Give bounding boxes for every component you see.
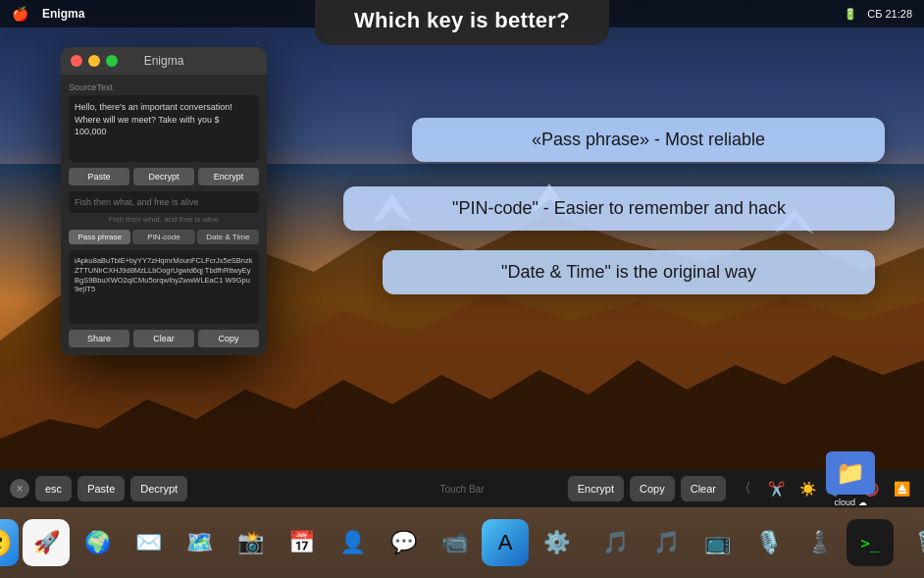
tab-datetime[interactable]: Date & Time xyxy=(197,230,259,244)
cloud-icon-area: 📁 cloud ☁ xyxy=(826,451,875,507)
dock-facetime[interactable]: 📹 xyxy=(431,519,478,566)
dock-finder[interactable]: 🙂 xyxy=(0,519,19,566)
dock-trash[interactable]: 🗑️ xyxy=(905,519,924,566)
dock-video[interactable]: 📺 xyxy=(693,519,741,566)
touchbar-label: Touch Bar xyxy=(439,484,484,495)
source-text-content: Hello, there's an important conversation… xyxy=(75,102,232,136)
key-tabs: Pass phrase PIN-code Date & Time xyxy=(69,230,259,244)
touchbar-copy-btn[interactable]: Copy xyxy=(630,476,675,501)
encrypt-button[interactable]: Encrypt xyxy=(198,168,259,185)
dock-music[interactable]: 🎵 xyxy=(591,519,639,566)
dock-safari[interactable]: 🌍 xyxy=(74,519,121,566)
touchbar-paste-btn[interactable]: Paste xyxy=(77,476,125,501)
dock-settings[interactable]: ⚙️ xyxy=(533,519,580,566)
cloud-label: cloud ☁ xyxy=(826,498,875,507)
touchbar-power-icon[interactable]: ⏏️ xyxy=(889,476,914,501)
dock-appstore[interactable]: A xyxy=(482,519,529,566)
window-maximize-btn[interactable] xyxy=(106,55,118,67)
question-text: Which key is better? xyxy=(354,8,570,32)
decrypt-button[interactable]: Decrypt xyxy=(133,168,194,185)
dock-mail[interactable]: ✉️ xyxy=(125,519,172,566)
window-titlebar: Enigma xyxy=(61,47,267,75)
dock-terminal[interactable]: >_ xyxy=(847,519,894,566)
apple-icon[interactable]: 🍎 xyxy=(12,6,28,22)
clear-button[interactable]: Clear xyxy=(133,330,194,347)
key-hint: Fish then what, and free is alive xyxy=(69,215,259,224)
copy-button[interactable]: Copy xyxy=(198,330,259,347)
touchbar-close-btn[interactable]: × xyxy=(10,479,29,499)
cloud-folder-icon[interactable]: 📁 xyxy=(826,451,875,495)
touchbar-brightness-icon[interactable]: ☀️ xyxy=(795,476,820,501)
menubar-right: 🔋 СБ 21:28 xyxy=(844,8,912,21)
dock-chess[interactable]: ♟️ xyxy=(796,519,843,566)
bubble-pincode-text: "PIN-code" - Easier to remember and hack xyxy=(452,198,786,218)
bubble-datetime-text: "Date & Time" is the original way xyxy=(501,262,756,282)
touchbar-decrypt-btn[interactable]: Decrypt xyxy=(130,476,187,501)
window-title: Enigma xyxy=(144,54,184,68)
touchbar: × esc Paste Decrypt Touch Bar Encrypt Co… xyxy=(0,470,924,507)
menubar-time: СБ 21:28 xyxy=(867,8,912,20)
dock-contacts[interactable]: 👤 xyxy=(329,519,376,566)
source-label: SourceText xyxy=(69,82,259,92)
touchbar-clear-btn[interactable]: Clear xyxy=(681,476,726,501)
dock-calendar[interactable]: 📅 xyxy=(278,519,325,566)
battery-icon: 🔋 xyxy=(844,8,857,21)
question-bar: Which key is better? xyxy=(315,0,609,45)
share-button[interactable]: Share xyxy=(69,330,129,347)
close-icon: × xyxy=(16,482,23,496)
tab-passphrase[interactable]: Pass phrase xyxy=(69,230,130,244)
touchbar-encrypt-btn[interactable]: Encrypt xyxy=(568,476,624,501)
dock-launchpad[interactable]: 🚀 xyxy=(23,519,70,566)
key-input-area[interactable] xyxy=(69,191,259,213)
output-text: iApku8aBuTblE+byYY7zHqmrMounFCLFcrJx5eSB… xyxy=(75,256,253,293)
touchbar-scissors-icon[interactable]: ✂️ xyxy=(763,476,789,501)
app-window: Enigma SourceText Hello, there's an impo… xyxy=(61,47,267,355)
menubar-app-name: Enigma xyxy=(42,7,84,21)
dock-itunes[interactable]: 🎵 xyxy=(642,519,690,566)
dock-photos[interactable]: 📸 xyxy=(227,519,274,566)
window-minimize-btn[interactable] xyxy=(88,55,100,67)
touchbar-bracket-left[interactable]: 〈 xyxy=(732,476,757,501)
bubble-pincode: "PIN-code" - Easier to remember and hack xyxy=(343,186,895,231)
dock-podcast[interactable]: 🎙️ xyxy=(744,519,792,566)
window-close-btn[interactable] xyxy=(71,55,82,67)
key-input[interactable] xyxy=(75,197,253,207)
paste-button[interactable]: Paste xyxy=(69,168,129,185)
dock-maps[interactable]: 🗺️ xyxy=(176,519,223,566)
dock-messages[interactable]: 💬 xyxy=(380,519,427,566)
bubble-passphrase-text: «Pass phrase» - Most reliable xyxy=(532,130,765,149)
bubble-passphrase: «Pass phrase» - Most reliable xyxy=(412,118,885,162)
tab-pincode[interactable]: PIN-code xyxy=(132,230,194,244)
source-text-area[interactable]: Hello, there's an important conversation… xyxy=(69,95,259,162)
bubble-datetime: "Date & Time" is the original way xyxy=(383,250,875,294)
dock: 🙂 🚀 🌍 ✉️ 🗺️ 📸 📅 👤 💬 📹 A ⚙️ 🎵 🎵 📺 🎙️ ♟️ >… xyxy=(0,507,924,578)
output-area: iApku8aBuTblE+byYY7zHqmrMounFCLFcrJx5eSB… xyxy=(69,250,259,324)
touchbar-esc-btn[interactable]: esc xyxy=(35,476,72,501)
